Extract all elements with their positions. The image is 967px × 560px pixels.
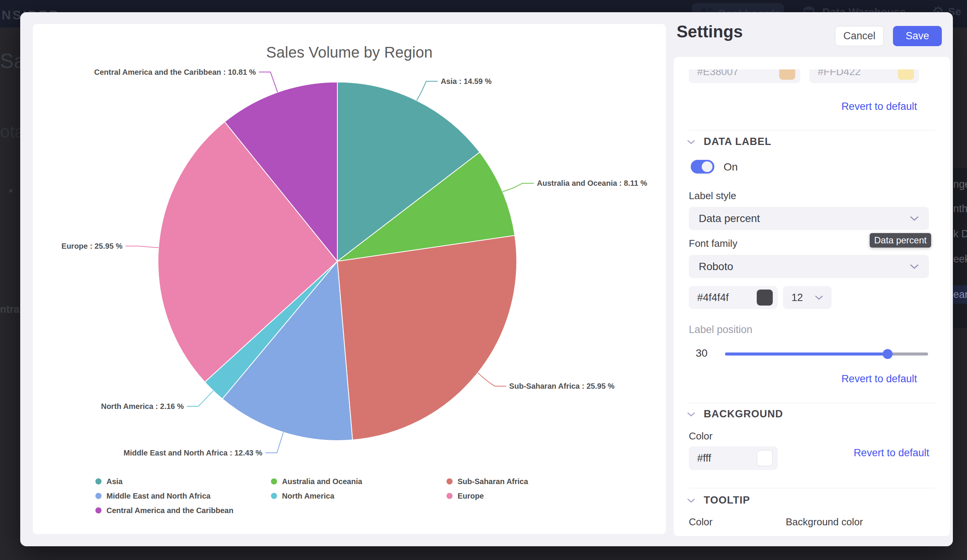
legend-swatch <box>447 478 452 484</box>
legend-swatch <box>96 493 102 499</box>
label-leader-line <box>187 390 213 406</box>
background-color-swatch[interactable] <box>757 450 773 466</box>
legend-label: Asia <box>106 477 122 486</box>
legend-item[interactable]: North America <box>271 492 362 500</box>
label-leader-line <box>125 246 158 247</box>
bg-dropdown-menu: nge nth k D eek ear <box>952 168 967 328</box>
revert-to-default-link[interactable]: Revert to default <box>842 373 917 385</box>
section-divider <box>689 130 935 130</box>
tooltip-bg-color-label: Background color <box>786 516 863 528</box>
label-style-value: Data percent <box>699 212 760 225</box>
pie-chart: Asia : 14.59 %Australia and Oceania : 8.… <box>33 24 666 534</box>
chart-legend: AsiaMiddle East and North AfricaCentral … <box>96 477 234 515</box>
chevron-down-icon <box>910 216 919 221</box>
label-leader-line <box>259 72 278 92</box>
chevron-down-icon <box>815 295 823 300</box>
toggle-knob <box>702 161 713 172</box>
revert-to-default-link[interactable]: Revert to default <box>854 447 929 459</box>
bg-menu-item-selected[interactable]: ear <box>952 285 967 304</box>
slider-thumb[interactable] <box>883 349 893 359</box>
settings-modal: Sales Volume by Region Asia : 14.59 %Aus… <box>20 12 953 546</box>
label-position-label: Label position <box>689 324 752 336</box>
slider-fill <box>725 352 888 356</box>
series-color-input-2[interactable]: #FFD422 <box>809 69 919 83</box>
bg-menu-item[interactable]: k D <box>953 228 967 240</box>
tooltip-color-label: Color <box>689 516 713 528</box>
color-swatch-1[interactable] <box>779 69 795 80</box>
legend-label: North America <box>282 492 334 501</box>
bg-bullet-fragment: ● <box>8 186 13 195</box>
pie-data-label: Middle East and North Africa : 12.43 % <box>124 449 262 457</box>
legend-label: Sub-Saharan Africa <box>457 477 528 486</box>
pie-data-label: Asia : 14.59 % <box>441 77 492 86</box>
section-divider <box>689 403 935 403</box>
legend-item[interactable]: Sub-Saharan Africa <box>447 477 528 486</box>
label-style-dropdown[interactable]: Data percent <box>689 207 929 230</box>
pie-data-label: Central America and the Caribbean : 10.8… <box>94 68 256 76</box>
bg-menu-item[interactable]: nth <box>953 203 967 215</box>
legend-item[interactable]: Asia <box>96 477 234 486</box>
revert-to-default-link[interactable]: Revert to default <box>842 101 917 112</box>
chevron-down-icon <box>687 498 695 503</box>
save-button[interactable]: Save <box>893 26 942 46</box>
font-family-dropdown[interactable]: Roboto <box>689 255 929 278</box>
legend-swatch <box>447 493 452 499</box>
legend-item[interactable]: Central America and the Caribbean <box>96 506 234 515</box>
chevron-down-icon <box>687 412 695 417</box>
label-leader-line <box>417 81 438 101</box>
label-leader-line <box>503 183 534 191</box>
legend-item[interactable]: Europe <box>447 492 528 500</box>
legend-swatch <box>96 507 102 514</box>
background-color-value: #fff <box>697 453 711 464</box>
data-label-toggle[interactable] <box>691 160 715 174</box>
chart-card: Sales Volume by Region Asia : 14.59 %Aus… <box>33 24 666 534</box>
series-color-input-1[interactable]: #E38007 <box>689 69 800 83</box>
chevron-down-icon <box>910 264 919 269</box>
pie-data-label: Europe : 25.95 % <box>61 242 122 250</box>
toggle-state-label: On <box>724 161 738 173</box>
data-label-section-header[interactable]: DATA LABEL <box>687 136 771 148</box>
section-title: TOOLTIP <box>704 494 750 506</box>
label-position-value: 30 <box>696 347 708 359</box>
background-section-header[interactable]: BACKGROUND <box>687 408 783 420</box>
color-swatch-2[interactable] <box>898 69 914 80</box>
cancel-button[interactable]: Cancel <box>835 26 884 46</box>
legend-item[interactable]: Australia and Oceania <box>271 477 362 486</box>
legend-swatch <box>96 478 102 484</box>
legend-swatch <box>271 493 277 499</box>
bg-menu-item[interactable]: eek <box>953 253 967 265</box>
dropdown-value-tooltip: Data percent <box>870 233 931 247</box>
label-leader-line <box>478 373 506 386</box>
font-color-swatch[interactable] <box>757 290 773 306</box>
legend-label: Central America and the Caribbean <box>106 506 234 515</box>
label-position-slider[interactable] <box>725 352 928 356</box>
color-value-2: #FFD422 <box>818 69 861 78</box>
label-leader-line <box>266 432 284 453</box>
legend-label: Australia and Oceania <box>282 477 362 486</box>
section-title: DATA LABEL <box>704 136 771 148</box>
font-size-value: 12 <box>792 292 803 304</box>
pie-data-label: North America : 2.16 % <box>101 402 184 410</box>
color-value-1: #E38007 <box>697 69 738 78</box>
pie-data-label: Sub-Saharan Africa : 25.95 % <box>509 382 614 390</box>
settings-card: #E38007 #FFD422 Revert to default DATA L… <box>673 57 950 536</box>
bg-label-fragment: ntral <box>0 304 23 315</box>
chart-legend: Australia and OceaniaNorth America <box>271 477 362 500</box>
label-style-label: Label style <box>689 190 736 202</box>
settings-panel-title: Settings <box>677 22 743 41</box>
section-divider <box>689 488 935 488</box>
legend-label: Europe <box>457 492 484 501</box>
font-size-select[interactable]: 12 <box>783 286 832 309</box>
pie-slice[interactable] <box>337 236 517 440</box>
background-color-label: Color <box>689 430 713 442</box>
background-color-input[interactable]: #fff <box>689 446 778 470</box>
font-color-input[interactable]: #4f4f4f <box>689 286 778 309</box>
font-family-value: Roboto <box>699 260 733 273</box>
legend-item[interactable]: Middle East and North Africa <box>96 492 234 500</box>
section-title: BACKGROUND <box>704 408 783 420</box>
legend-swatch <box>271 478 277 484</box>
tooltip-section-header[interactable]: TOOLTIP <box>687 494 750 506</box>
legend-label: Middle East and North Africa <box>106 492 211 501</box>
bg-menu-item[interactable]: nge <box>953 178 967 190</box>
chevron-down-icon <box>687 139 695 145</box>
